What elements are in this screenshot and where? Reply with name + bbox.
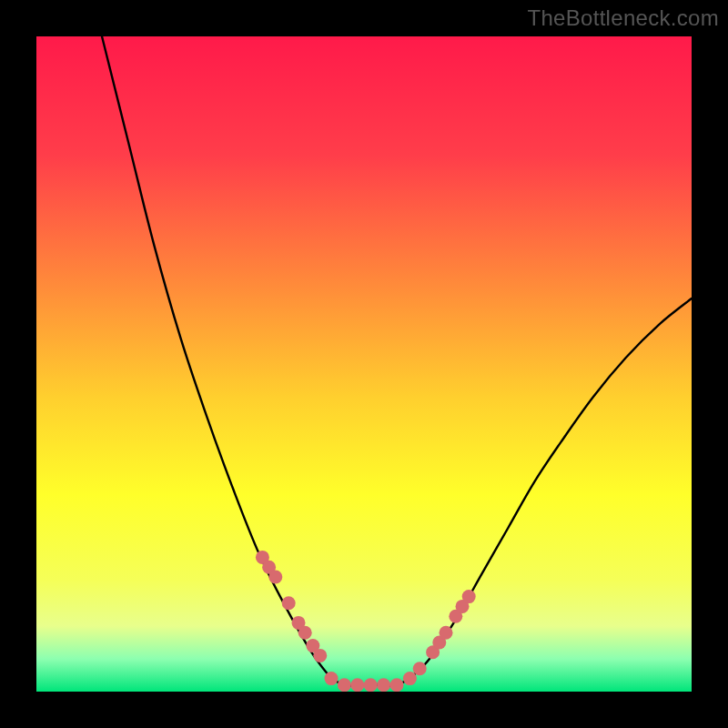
marker-dot [298,626,312,640]
marker-dot [413,662,427,675]
marker-dot [325,672,339,685]
marker-dot [440,626,453,640]
plot-area [36,36,692,692]
marker-dot [462,590,476,603]
marker-dot [313,649,327,662]
marker-dot [377,678,390,692]
chart-frame: TheBottleneck.com [0,0,728,728]
marker-dot [282,596,296,610]
marker-dot [338,678,351,692]
gradient-bg [36,36,692,692]
marker-dot [403,672,417,685]
marker-dot [268,571,282,584]
watermark-text: TheBottleneck.com [527,5,719,31]
chart-svg [36,36,692,692]
marker-dot [390,678,404,692]
marker-dot [350,678,364,692]
marker-dot [364,678,378,692]
